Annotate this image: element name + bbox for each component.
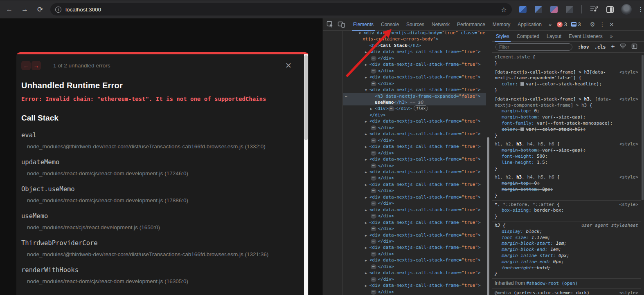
element-tree-line[interactable]: ⋯</div> <box>343 226 486 232</box>
expand-arrow-icon[interactable]: ▶ <box>365 207 367 213</box>
expand-arrow-icon[interactable]: ▶ <box>365 74 367 80</box>
element-tree-line[interactable]: ⋯</div> <box>343 175 486 181</box>
devtools-tab-memory[interactable]: Memory <box>489 18 514 31</box>
ellipsis-icon[interactable]: ⋯ <box>388 106 394 111</box>
css-declaration[interactable]: color: var(--color-stack-headline); <box>495 81 638 87</box>
devtools-menu-icon[interactable]: ⋮ <box>599 21 605 28</box>
flex-badge[interactable]: flex <box>414 105 428 111</box>
expand-arrow-icon[interactable]: ▶ <box>365 49 367 55</box>
element-tree-line[interactable]: ⋯<h3 data-nextjs-frame-expanded="false"> <box>343 93 486 99</box>
element-tree-line[interactable]: ⋯</div> <box>343 200 486 206</box>
rule-origin-label[interactable]: <style> <box>619 141 638 148</box>
selected-node-more-icon[interactable]: ⋯ <box>345 93 348 99</box>
expand-arrow-icon[interactable]: ▶ <box>365 62 367 68</box>
devtools-tab-performance[interactable]: Performance <box>453 18 489 31</box>
expand-arrow-icon[interactable]: ▶ <box>365 131 367 137</box>
media-query[interactable]: @media (prefers-color-scheme: dark) <box>495 290 638 295</box>
ellipsis-icon[interactable]: ⋯ <box>371 163 376 168</box>
back-icon[interactable]: ← <box>3 3 16 16</box>
element-tree-line[interactable]: ▶<div data-nextjs-call-stack-frame="true… <box>343 257 486 263</box>
element-tree-line[interactable]: ▶<div data-nextjs-call-stack-frame="true… <box>343 194 486 200</box>
new-style-rule-button[interactable]: + <box>611 43 615 50</box>
element-tree-line[interactable]: </div> <box>343 112 486 118</box>
element-tree-line[interactable]: ▶<div data-nextjs-call-stack-frame="true… <box>343 131 486 137</box>
element-states-button[interactable]: :hov <box>578 44 589 50</box>
more-tabs-icon[interactable]: » <box>545 21 554 27</box>
css-declaration[interactable]: margin-block-start: 1em; <box>495 241 638 247</box>
rule-selector[interactable]: [data-nextjs-call-stack-frame] > h3[data… <box>495 69 638 82</box>
call-stack-frame[interactable]: updateMemonode_modules/react-dom/cjs/rea… <box>21 159 303 177</box>
expand-arrow-icon[interactable]: ▶ <box>365 194 367 201</box>
expand-arrow-icon[interactable]: ▶ <box>370 106 372 112</box>
style-rule[interactable]: <style>h1, h2, h3, h4, h5, h6 {margin-bo… <box>492 140 641 173</box>
css-declaration[interactable]: line-height: 1.5; <box>495 160 638 166</box>
element-tree-line[interactable]: <h2>Call Stack</h2> <box>343 42 486 49</box>
ellipsis-icon[interactable]: ⋯ <box>371 69 376 74</box>
extension-icon[interactable] <box>535 6 542 13</box>
styles-tab-event-listeners[interactable]: Event Listeners <box>565 31 606 42</box>
expand-arrow-icon[interactable]: ▶ <box>365 270 367 276</box>
css-declaration[interactable]: font-weight: 500; <box>495 154 638 160</box>
color-swatch[interactable] <box>520 82 524 86</box>
console-message-badge[interactable]: 3 <box>571 22 581 27</box>
rule-selector[interactable]: h1, h2, h3, h4, h5, h6 { <box>495 174 638 181</box>
element-tree-line[interactable]: ⋯</div> <box>343 137 486 143</box>
element-tree-line[interactable]: ⋯</div> <box>343 188 486 194</box>
elements-scrollbar-thumb[interactable] <box>487 137 489 295</box>
call-stack-frame[interactable]: ThirdwebProviderCorenode_modules/@thirdw… <box>21 239 303 257</box>
style-rule[interactable]: user agent stylesheeth3 {display: block;… <box>492 221 641 279</box>
call-stack-frame[interactable]: evalnode_modules/@thirdweb-dev/react-cor… <box>21 132 303 150</box>
element-tree-line[interactable]: ▶<div data-nextjs-call-stack-frame="true… <box>343 61 486 67</box>
extension-icon[interactable] <box>566 6 573 13</box>
element-tree-line[interactable]: ▶<div data-nextjs-call-stack-frame="true… <box>343 169 486 175</box>
extension-icon[interactable] <box>519 6 527 13</box>
call-stack-frame[interactable]: renderWithHooksnode_modules/react-dom/cj… <box>21 266 303 284</box>
element-tree-line[interactable]: ▶<div data-nextjs-call-stack-frame="true… <box>343 219 486 226</box>
ellipsis-icon[interactable]: ⋯ <box>371 201 376 206</box>
expand-arrow-icon[interactable]: ▶ <box>365 232 367 239</box>
css-declaration[interactable]: font-family: var(--font-stack-monospace)… <box>495 121 638 127</box>
rule-selector[interactable]: h1, h2, h3, h4, h5, h6 { <box>495 141 638 148</box>
profile-avatar[interactable] <box>621 4 632 15</box>
ellipsis-icon[interactable]: ⋯ <box>371 214 376 219</box>
collapse-arrow-icon[interactable]: ▼ <box>365 87 367 93</box>
css-declaration[interactable]: font-size: 1.17em; <box>495 235 638 241</box>
element-tree-line[interactable]: ▶<div>⋯</div>flex <box>343 105 486 112</box>
dialog-scrollbar[interactable] <box>304 54 308 295</box>
element-tree-line[interactable]: ⋯</div> <box>343 150 486 156</box>
expand-arrow-icon[interactable]: ▶ <box>365 257 367 264</box>
rule-selector[interactable]: [data-nextjs-call-stack-frame] > h3, [da… <box>495 96 638 109</box>
url-bar[interactable]: i localhost:3000 ☆ <box>50 3 512 16</box>
rule-selector[interactable]: *, *::before, *::after { <box>495 202 638 208</box>
element-tree-line[interactable]: ▶<div data-nextjs-call-stack-frame="true… <box>343 49 486 55</box>
expand-arrow-icon[interactable]: ▶ <box>365 144 367 150</box>
previous-error-button[interactable]: ← <box>21 61 31 70</box>
dialog-scrollbar-thumb[interactable] <box>304 55 308 140</box>
ellipsis-icon[interactable]: ⋯ <box>371 252 376 257</box>
rule-origin-label[interactable]: <style> <box>619 96 638 103</box>
rule-origin-label[interactable]: <style> <box>619 202 638 208</box>
ellipsis-icon[interactable]: ⋯ <box>371 290 376 295</box>
ellipsis-icon[interactable]: ⋯ <box>371 188 376 193</box>
element-tree-line[interactable]: ⋯</div> <box>343 55 486 61</box>
devtools-tab-elements[interactable]: Elements <box>349 18 377 31</box>
css-declaration[interactable]: margin-top: 0; <box>495 108 638 114</box>
element-tree-line[interactable]: ⋯</div> <box>343 238 486 244</box>
ellipsis-icon[interactable]: ⋯ <box>371 81 376 86</box>
styles-tab-layout[interactable]: Layout <box>543 31 565 42</box>
expand-arrow-icon[interactable]: ▶ <box>365 156 367 163</box>
element-tree-line[interactable]: ▶<div data-nextjs-call-stack-frame="true… <box>343 207 486 213</box>
rendering-emulation-icon[interactable] <box>620 43 626 51</box>
element-tree-line[interactable]: ▶<div data-nextjs-call-stack-frame="true… <box>343 118 486 124</box>
element-tree-line[interactable]: ⋯</div> <box>343 68 486 74</box>
devtools-close-icon[interactable]: ✕ <box>609 21 614 28</box>
media-controls-icon[interactable] <box>590 5 598 14</box>
css-declaration[interactable]: margin-bottom: 8px; <box>495 187 638 193</box>
css-declaration[interactable]: margin-inline-start: 0px; <box>495 253 638 259</box>
ellipsis-icon[interactable]: ⋯ <box>371 264 376 269</box>
element-tree-line[interactable]: ▶<div data-nextjs-call-stack-frame="true… <box>343 143 486 150</box>
call-stack-frame[interactable]: Object.useMemonode_modules/react-dom/cjs… <box>21 185 303 203</box>
styles-more-tabs-icon[interactable]: » <box>606 31 617 42</box>
devtools-tab-console[interactable]: Console <box>377 18 403 31</box>
element-tree-line[interactable]: ⋯</div> <box>343 213 486 219</box>
